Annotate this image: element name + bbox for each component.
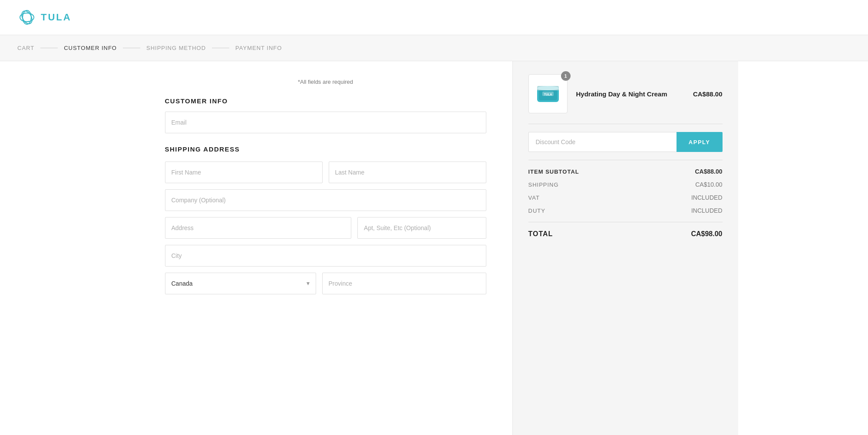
vat-value: INCLUDED bbox=[691, 194, 723, 201]
product-name: Hydrating Day & Night Cream bbox=[576, 90, 684, 98]
subtotal-label: ITEM SUBTOTAL bbox=[528, 168, 579, 175]
shipping-value: CA$10.00 bbox=[695, 181, 722, 188]
breadcrumb-customer-info[interactable]: CUSTOMER INFO bbox=[64, 45, 117, 51]
breadcrumb-shipping[interactable]: SHIPPING METHOD bbox=[146, 45, 206, 51]
svg-text:TULA: TULA bbox=[544, 93, 552, 96]
panel-divider-2 bbox=[528, 160, 723, 160]
duty-row: DUTY INCLUDED bbox=[528, 207, 723, 214]
discount-row: APPLY bbox=[528, 132, 723, 152]
section-divider-shipping: SHIPPING ADDRESS bbox=[165, 145, 486, 153]
form-panel: *All fields are required CUSTOMER INFO S… bbox=[130, 61, 512, 435]
email-field[interactable] bbox=[165, 112, 486, 133]
breadcrumb-sep-1 bbox=[40, 48, 58, 48]
required-note: *All fields are required bbox=[165, 79, 486, 85]
duty-value: INCLUDED bbox=[691, 207, 723, 214]
order-panel: 1 TULA Hydrating Day & Night Cream CA$88… bbox=[512, 61, 738, 435]
breadcrumb-cart[interactable]: CART bbox=[17, 45, 34, 51]
total-value: CA$98.00 bbox=[691, 230, 722, 238]
logo[interactable]: TULA bbox=[17, 8, 851, 27]
company-group bbox=[165, 189, 486, 211]
country-select-wrapper: Canada United States United Kingdom ▼ bbox=[165, 273, 316, 294]
total-row: TOTAL CA$98.00 bbox=[528, 230, 723, 238]
discount-code-input[interactable] bbox=[528, 132, 677, 152]
product-item: 1 TULA Hydrating Day & Night Cream CA$88… bbox=[528, 74, 723, 113]
main-layout: *All fields are required CUSTOMER INFO S… bbox=[130, 61, 738, 435]
last-name-field[interactable] bbox=[329, 161, 486, 183]
vat-row: VAT INCLUDED bbox=[528, 194, 723, 201]
shipping-label: SHIPPING bbox=[528, 181, 559, 188]
breadcrumb: CART CUSTOMER INFO SHIPPING METHOD PAYME… bbox=[0, 35, 868, 61]
city-field[interactable] bbox=[165, 245, 486, 267]
subtotal-row: ITEM SUBTOTAL CA$88.00 bbox=[528, 168, 723, 175]
panel-divider-3 bbox=[528, 222, 723, 222]
svg-point-2 bbox=[20, 9, 34, 26]
address-row bbox=[165, 217, 486, 239]
breadcrumb-sep-2 bbox=[123, 48, 140, 48]
product-price: CA$88.00 bbox=[693, 90, 723, 98]
shipping-address-title: SHIPPING ADDRESS bbox=[165, 145, 486, 153]
total-label: TOTAL bbox=[528, 230, 553, 238]
breadcrumb-payment[interactable]: PAYMENT INFO bbox=[235, 45, 282, 51]
svg-point-6 bbox=[537, 86, 559, 90]
country-province-row: Canada United States United Kingdom ▼ bbox=[165, 273, 486, 294]
first-name-field[interactable] bbox=[165, 161, 323, 183]
address-field[interactable] bbox=[165, 217, 352, 239]
apt-field[interactable] bbox=[357, 217, 486, 239]
apply-discount-button[interactable]: APPLY bbox=[677, 132, 723, 152]
product-image: TULA bbox=[533, 79, 563, 109]
breadcrumb-sep-3 bbox=[212, 48, 229, 48]
country-select[interactable]: Canada United States United Kingdom bbox=[165, 273, 316, 294]
duty-label: DUTY bbox=[528, 208, 545, 214]
product-badge: 1 bbox=[561, 71, 571, 81]
svg-point-1 bbox=[23, 10, 31, 24]
vat-label: VAT bbox=[528, 194, 540, 201]
header: TULA bbox=[0, 0, 868, 35]
customer-info-title: CUSTOMER INFO bbox=[165, 97, 486, 105]
city-group bbox=[165, 245, 486, 267]
name-row bbox=[165, 161, 486, 183]
email-group bbox=[165, 112, 486, 133]
province-field[interactable] bbox=[322, 273, 486, 294]
panel-divider-1 bbox=[528, 124, 723, 124]
product-image-wrapper: 1 TULA bbox=[528, 74, 568, 113]
company-field[interactable] bbox=[165, 189, 486, 211]
shipping-row: SHIPPING CA$10.00 bbox=[528, 181, 723, 188]
logo-text: TULA bbox=[41, 12, 72, 23]
subtotal-value: CA$88.00 bbox=[695, 168, 722, 175]
logo-icon bbox=[17, 8, 36, 27]
